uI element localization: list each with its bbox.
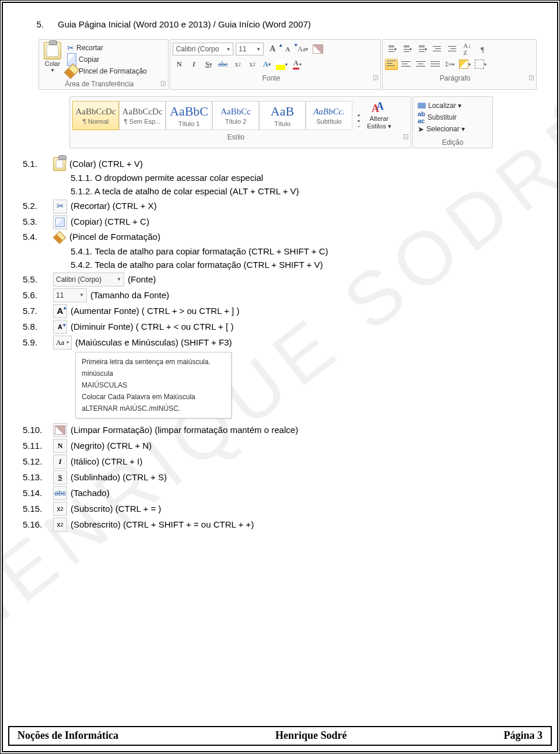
bullets-icon[interactable]: ▾ <box>385 43 398 55</box>
strike-icon[interactable]: abc <box>216 58 229 70</box>
style-tile[interactable]: AaBbCTítulo 1 <box>166 101 212 130</box>
heading-text: Guia Página Inicial (Word 2010 e 2013) /… <box>58 19 311 29</box>
brush-icon <box>64 64 80 79</box>
grow-font-icon: A▴ <box>53 304 67 318</box>
indent-icon[interactable] <box>446 43 459 55</box>
footer-left: Noções de Informática <box>18 729 118 742</box>
clear-format-icon <box>53 423 67 437</box>
cut-button[interactable]: ✂Recortar <box>67 42 147 54</box>
heading-num: 5. <box>23 19 44 29</box>
style-tile[interactable]: AaBbCcDc¶ Sem Esp... <box>119 101 166 130</box>
footer-center: Henrique Sodré <box>275 729 347 742</box>
text-effects-icon[interactable]: A▾ <box>260 58 273 70</box>
page-footer: Noções de Informática Henrique Sodré Pág… <box>8 726 552 746</box>
ribbon-row-1: Colar ▼ ✂Recortar Copiar Pincel de Forma… <box>38 39 537 90</box>
group-font: Calibri (Corpo▼ 11▼ A▴ A▾ Aa ▾ N I S ▾ a… <box>170 39 381 90</box>
borders-icon[interactable]: ▾ <box>474 58 488 70</box>
group-styles: AaBbCcDc¶ NormalAaBbCcDc¶ Sem Esp...AaBb… <box>69 96 411 148</box>
cursor-icon: ➤ <box>418 124 424 134</box>
menu-item[interactable]: MAIÚSCULAS <box>82 379 225 391</box>
shrink-font-icon[interactable]: A▾ <box>281 43 294 55</box>
align-right-icon[interactable] <box>414 58 427 70</box>
superscript-icon[interactable]: x2 <box>246 58 258 70</box>
style-tile[interactable]: AaBbCcTítulo 2 <box>212 101 259 130</box>
paste-icon <box>53 158 66 170</box>
binoculars-icon <box>418 100 426 111</box>
align-left-icon[interactable] <box>385 59 398 70</box>
style-tile[interactable]: AaBbCcDc¶ Normal <box>72 101 119 130</box>
change-case-menu: Primeira letra da sentença em maiúscula.… <box>75 352 232 418</box>
outdent-icon[interactable] <box>430 43 443 55</box>
change-styles-icon: AA <box>372 100 387 114</box>
scissors-icon: ✂ <box>67 42 74 54</box>
menu-item[interactable]: aLTERNAR mAIÚSC./mINÚSC. <box>82 403 225 414</box>
subscript-icon: x2 <box>53 502 67 516</box>
subscript-icon[interactable]: x2 <box>231 58 244 70</box>
paste-icon <box>44 42 61 60</box>
brush-icon <box>53 231 66 244</box>
sort-icon[interactable]: A↓Z <box>461 43 474 55</box>
strike-icon: abc <box>53 486 67 500</box>
change-case-icon[interactable]: Aa ▾ <box>296 43 309 55</box>
format-painter-button[interactable]: Pincel de Formatação <box>67 65 147 77</box>
ribbon-row-2: AaBbCcDc¶ NormalAaBbCcDc¶ Sem Esp...AaBb… <box>69 96 537 148</box>
line-spacing-icon[interactable]: ‡≡▾ <box>443 58 456 70</box>
font-name-field: Calibri (Corpo)▼ <box>53 273 124 287</box>
dialog-launcher-icon[interactable]: ◲ <box>160 80 166 86</box>
clear-format-icon[interactable] <box>312 43 324 55</box>
select-button[interactable]: ➤Selecionar ▾ <box>418 124 488 134</box>
italic-icon: I <box>53 455 67 469</box>
multilevel-icon[interactable]: ▾ <box>415 43 428 55</box>
group-paragraph: ▾ ▾ ▾ A↓Z ¶ ‡≡▾ ▾ ▾ Parágrafo <box>382 39 537 90</box>
copy-button[interactable]: Copiar <box>67 54 147 65</box>
dialog-launcher-icon[interactable]: ◲ <box>403 133 408 139</box>
paste-button[interactable]: Colar ▼ <box>41 42 64 73</box>
bold-icon[interactable]: N <box>173 58 186 70</box>
change-styles-button[interactable]: AA Alterar Estilos ▾ <box>363 99 396 130</box>
pilcrow-icon[interactable]: ¶ <box>476 45 489 53</box>
footer-right: Página 3 <box>503 729 542 742</box>
align-justify-icon[interactable] <box>429 58 442 70</box>
scissors-icon: ✂ <box>53 200 67 214</box>
change-case-icon: Aa▾ <box>53 336 72 350</box>
font-color-icon[interactable]: A▾ <box>290 58 303 70</box>
shading-icon[interactable]: ▾ <box>458 58 472 70</box>
group-clipboard: Colar ▼ ✂Recortar Copiar Pincel de Forma… <box>38 39 169 90</box>
menu-item[interactable]: minúscula <box>82 368 225 379</box>
font-size-dropdown[interactable]: 11▼ <box>236 43 264 55</box>
highlight-icon[interactable]: ▾ <box>275 58 289 70</box>
menu-item[interactable]: Primeira letra da sentença em maiúscula. <box>82 356 225 368</box>
dialog-launcher-icon[interactable]: ◲ <box>528 74 534 81</box>
style-tile[interactable]: AaBbCc.Subtítulo <box>306 101 352 130</box>
font-size-field: 11▼ <box>53 288 87 302</box>
superscript-icon: x2 <box>53 518 67 532</box>
group-editing: Localizar ▾ abacSubstituir ➤Selecionar ▾… <box>412 96 493 148</box>
copy-icon <box>53 215 67 229</box>
dialog-launcher-icon[interactable]: ◲ <box>373 74 378 81</box>
style-tile[interactable]: AaBTítulo <box>259 101 306 130</box>
bold-icon: N <box>53 439 67 453</box>
menu-item[interactable]: Colocar Cada Palavra em Maiúscula <box>82 391 225 403</box>
grow-font-icon[interactable]: A▴ <box>266 43 279 55</box>
replace-icon: abac <box>418 112 425 123</box>
shrink-font-icon: A▾ <box>53 320 67 334</box>
italic-icon[interactable]: I <box>187 58 200 70</box>
find-button[interactable]: Localizar ▾ <box>418 100 488 111</box>
replace-button[interactable]: abacSubstituir <box>418 112 488 123</box>
underline-icon[interactable]: S ▾ <box>202 58 215 70</box>
font-name-dropdown[interactable]: Calibri (Corpo▼ <box>173 43 233 55</box>
underline-icon: S <box>53 470 67 484</box>
numbering-icon[interactable]: ▾ <box>400 43 413 55</box>
align-center-icon[interactable] <box>400 58 412 70</box>
styles-gallery-more[interactable]: ▴▾⁼ <box>352 112 363 130</box>
